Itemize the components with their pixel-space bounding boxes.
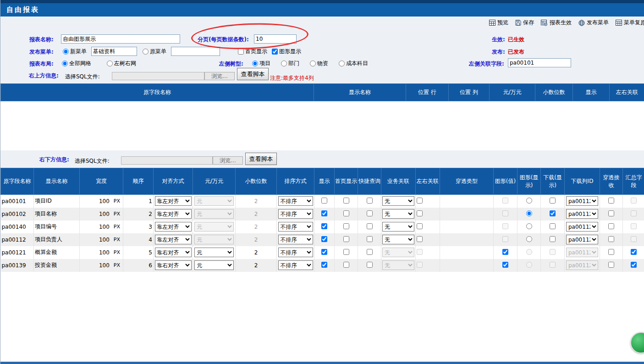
lr-relation-checkbox[interactable] [417, 223, 423, 229]
biz-relation-select[interactable]: 无 [382, 196, 414, 206]
show-checkbox[interactable] [321, 236, 327, 242]
tree-cost-radio-item[interactable]: 成本科目 [339, 60, 368, 67]
quick-query-cell[interactable] [358, 208, 381, 221]
lr-relation-cell[interactable] [416, 195, 440, 208]
pierce-receive-checkbox[interactable] [608, 249, 614, 255]
home-show-checkbox[interactable] [343, 249, 349, 255]
show-cell[interactable] [314, 233, 335, 246]
align-select[interactable]: 靠右对齐 [155, 248, 192, 257]
pierce-receive-checkbox[interactable] [608, 198, 614, 204]
quick-query-checkbox[interactable] [367, 236, 373, 242]
show-checkbox[interactable] [321, 262, 327, 268]
tree-project-radio-item[interactable]: 项目 [252, 60, 270, 67]
home-show-cell[interactable] [335, 195, 358, 208]
sort-cell[interactable]: 不排序 [277, 246, 314, 259]
layout-tree-radio-item[interactable]: 左树右网 [107, 60, 136, 67]
biz-relation-cell[interactable]: 无 [381, 208, 416, 221]
floating-assistant-button[interactable] [630, 332, 644, 353]
unit-cell[interactable]: 元 [193, 246, 236, 259]
report-name-input[interactable] [61, 34, 180, 44]
show-cell[interactable] [314, 221, 335, 233]
summary-field-cell[interactable] [623, 259, 644, 272]
top-view-script-button[interactable]: 查看脚本 [237, 68, 269, 80]
align-cell[interactable]: 靠左对齐 [154, 195, 193, 208]
align-select[interactable]: 靠左对齐 [155, 196, 192, 206]
download-id-cell[interactable]: pa00112 [565, 221, 600, 233]
align-select[interactable]: 靠左对齐 [155, 209, 192, 219]
download-display-cell[interactable] [541, 233, 565, 246]
align-cell[interactable]: 靠左对齐 [154, 221, 193, 233]
quick-query-cell[interactable] [358, 259, 381, 272]
sort-select[interactable]: 不排序 [278, 222, 313, 232]
quick-query-cell[interactable] [358, 233, 381, 246]
sort-cell[interactable]: 不排序 [277, 221, 314, 233]
pierce-receive-cell[interactable] [600, 233, 623, 246]
sort-select[interactable]: 不排序 [278, 235, 313, 244]
quick-query-checkbox[interactable] [367, 262, 373, 268]
chart-display-cell[interactable] [517, 233, 541, 246]
show-checkbox[interactable] [321, 223, 327, 229]
home-show-cell[interactable] [335, 208, 358, 221]
layout-tree-radio[interactable] [107, 61, 113, 66]
home-show-cell[interactable] [335, 246, 358, 259]
new-menu-radio[interactable] [63, 49, 69, 55]
tree-dept-radio-item[interactable]: 部门 [281, 60, 299, 67]
download-display-cell[interactable] [541, 221, 565, 233]
show-cell[interactable] [314, 208, 335, 221]
home-show-checkbox[interactable] [343, 236, 349, 242]
tree-cost-radio[interactable] [339, 61, 345, 66]
download-display-checkbox[interactable] [550, 223, 556, 229]
tree-material-radio[interactable] [310, 61, 316, 66]
chart-display-cell[interactable] [517, 221, 541, 233]
top-sql-file-input[interactable] [112, 72, 204, 80]
report-effect-button[interactable]: 报表生效 [541, 19, 572, 27]
summary-field-checkbox[interactable] [631, 262, 637, 268]
sort-cell[interactable]: 不排序 [277, 259, 314, 272]
download-display-checkbox[interactable] [550, 236, 556, 242]
quick-query-cell[interactable] [358, 246, 381, 259]
layout-grid-radio-item[interactable]: 全部网格 [62, 60, 91, 67]
sort-cell[interactable]: 不排序 [277, 195, 314, 208]
quick-query-cell[interactable] [358, 221, 381, 233]
download-id-cell[interactable]: pa00112 [565, 195, 600, 208]
align-select[interactable]: 靠左对齐 [155, 235, 192, 244]
chart-value-checkbox[interactable] [502, 262, 508, 268]
lr-relation-cell[interactable] [416, 221, 440, 233]
home-show-checkbox[interactable] [343, 210, 349, 216]
download-id-cell[interactable]: pa00112 [565, 208, 600, 221]
preview-button[interactable]: 预览 [489, 19, 508, 27]
align-cell[interactable]: 靠左对齐 [154, 208, 193, 221]
menu-restore-button[interactable]: 菜单复原 [616, 19, 644, 27]
old-menu-input[interactable] [171, 47, 220, 56]
chart-show-checkbox[interactable] [272, 49, 278, 55]
bottom-browse-button[interactable]: 浏览... [213, 156, 243, 165]
show-checkbox[interactable] [321, 249, 327, 255]
pierce-receive-cell[interactable] [600, 221, 623, 233]
download-id-select[interactable]: pa00112 [566, 222, 598, 232]
home-show-cell[interactable] [335, 233, 358, 246]
chart-value-checkbox[interactable] [502, 249, 508, 255]
new-menu-input[interactable] [91, 47, 137, 56]
lr-relation-checkbox[interactable] [417, 198, 423, 204]
align-cell[interactable]: 靠右对齐 [154, 246, 193, 259]
show-checkbox[interactable] [321, 198, 327, 204]
new-menu-radio-item[interactable]: 新菜单 [63, 48, 87, 55]
quick-query-cell[interactable] [358, 195, 381, 208]
show-cell[interactable] [314, 246, 335, 259]
pierce-receive-checkbox[interactable] [608, 223, 614, 229]
lr-relation-checkbox[interactable] [417, 236, 423, 242]
home-show-check-item[interactable]: 首页显示 [238, 48, 267, 55]
download-id-select[interactable]: pa00112 [566, 196, 598, 206]
download-display-cell[interactable] [541, 208, 565, 221]
old-menu-radio[interactable] [143, 49, 149, 55]
lr-relation-checkbox[interactable] [417, 210, 423, 216]
chart-display-cell[interactable] [517, 195, 541, 208]
tree-material-radio-item[interactable]: 物资 [310, 60, 328, 67]
pierce-receive-cell[interactable] [600, 246, 623, 259]
biz-relation-cell[interactable]: 无 [381, 221, 416, 233]
sort-cell[interactable]: 不排序 [277, 208, 314, 221]
download-id-select[interactable]: pa00112 [566, 235, 598, 244]
align-select[interactable]: 靠左对齐 [155, 222, 192, 232]
align-cell[interactable]: 靠右对齐 [154, 259, 193, 272]
biz-relation-select[interactable]: 无 [382, 209, 414, 219]
